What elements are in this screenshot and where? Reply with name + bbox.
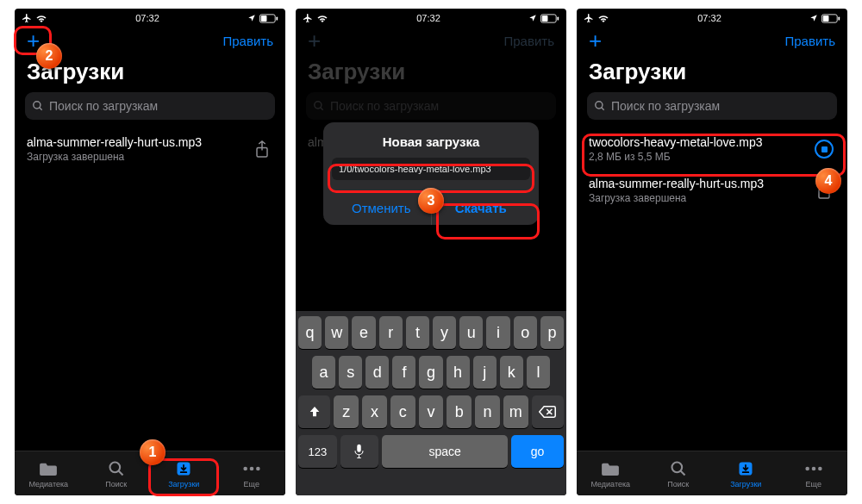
wifi-icon (316, 14, 328, 22)
tab-downloads[interactable]: Загрузки (150, 451, 218, 495)
add-button[interactable]: + (27, 29, 40, 52)
shift-key[interactable] (298, 395, 330, 428)
keyboard-row-1: qwertyuiop (298, 316, 564, 349)
svg-point-28 (811, 466, 815, 470)
search-placeholder: Поиск по загрузкам (49, 99, 158, 113)
battery-icon (821, 14, 840, 23)
mic-key[interactable] (340, 435, 379, 468)
key-g[interactable]: g (419, 356, 442, 389)
tab-library[interactable]: Медиатека (15, 451, 83, 495)
add-button[interactable]: + (589, 29, 602, 52)
key-d[interactable]: d (365, 356, 389, 389)
tab-search[interactable]: Поиск (83, 451, 151, 495)
key-h[interactable]: h (447, 356, 470, 389)
key-m[interactable]: m (503, 395, 528, 428)
status-bar: 07:32 (296, 9, 566, 26)
shift-icon (308, 405, 322, 419)
file-status: Загрузка завершена (27, 151, 244, 163)
new-download-modal: Новая загрузка 1/0/twocolors-heavy-metal… (323, 122, 539, 225)
folder-icon (39, 461, 58, 476)
key-i[interactable]: i (486, 316, 509, 349)
nav-bar: + Править (15, 26, 285, 55)
svg-point-3 (34, 102, 41, 109)
backspace-key[interactable] (532, 395, 564, 428)
status-bar: 07:32 (15, 9, 285, 26)
edit-button[interactable]: Править (223, 34, 274, 48)
svg-rect-2 (276, 16, 278, 20)
key-z[interactable]: z (334, 395, 359, 428)
key-w[interactable]: w (325, 316, 348, 349)
key-n[interactable]: n (475, 395, 500, 428)
search-input[interactable]: Поиск по загрузкам (25, 92, 275, 120)
keyboard-row-3: zxcvbnm (298, 395, 564, 428)
search-placeholder: Поиск по загрузкам (611, 99, 720, 113)
tab-search[interactable]: Поиск (645, 451, 713, 495)
tab-more[interactable]: Еще (218, 451, 286, 495)
file-name: twocolors-heavy-metal-love.mp3 (589, 135, 806, 149)
battery-icon (540, 14, 559, 23)
screen-1: 07:32 + Править Загрузки Поиск по загруз… (15, 9, 285, 495)
airplane-icon (303, 13, 313, 23)
key-k[interactable]: k (500, 356, 523, 389)
add-button[interactable]: + (308, 29, 321, 52)
tab-more[interactable]: Еще (780, 451, 848, 495)
key-y[interactable]: y (433, 316, 456, 349)
svg-line-25 (680, 470, 684, 475)
space-key[interactable]: space (382, 435, 508, 468)
key-v[interactable]: v (419, 395, 444, 428)
key-o[interactable]: o (514, 316, 537, 349)
cancel-button[interactable]: Отменить (332, 191, 432, 225)
status-bar: 07:32 (577, 9, 847, 26)
battery-icon (259, 14, 278, 23)
backspace-icon (539, 406, 556, 418)
svg-point-29 (818, 466, 822, 470)
tab-bar: Медиатека Поиск Загрузки Еще (15, 451, 285, 495)
mic-icon (353, 444, 365, 459)
search-input[interactable]: Поиск по загрузкам (587, 92, 837, 120)
key-s[interactable]: s (339, 356, 362, 389)
download-button[interactable]: Скачать (432, 191, 531, 225)
page-title: Загрузки (15, 55, 285, 92)
tab-downloads[interactable]: Загрузки (712, 451, 780, 495)
key-x[interactable]: x (362, 395, 387, 428)
svg-point-10 (249, 466, 253, 470)
share-button[interactable] (813, 179, 835, 202)
key-q[interactable]: q (298, 316, 322, 349)
share-icon (254, 140, 270, 159)
key-e[interactable]: e (352, 316, 375, 349)
url-input[interactable]: 1/0/twocolors-heavy-metal-love.mp3 (332, 158, 530, 180)
svg-line-7 (118, 470, 122, 475)
keyboard: qwertyuiop asdfghjkl zxcvbnm 123 space g… (296, 311, 566, 495)
tab-bar: Медиатека Поиск Загрузки Еще (577, 451, 847, 495)
key-p[interactable]: p (540, 316, 564, 349)
key-b[interactable]: b (447, 395, 472, 428)
nav-bar: + Править (296, 26, 566, 55)
go-key[interactable]: go (511, 435, 564, 468)
airplane-icon (584, 13, 594, 23)
key-r[interactable]: r (379, 316, 403, 349)
svg-point-24 (671, 462, 682, 472)
edit-button[interactable]: Править (785, 34, 836, 48)
download-item[interactable]: alma-summer-really-hurt-us.mp3 Загрузка … (25, 128, 275, 170)
more-icon (242, 466, 261, 471)
key-a[interactable]: a (312, 356, 335, 389)
key-u[interactable]: u (459, 316, 483, 349)
key-f[interactable]: f (392, 356, 415, 389)
status-time: 07:32 (416, 13, 440, 23)
edit-button[interactable]: Править (504, 34, 555, 48)
file-name: alma-summer-really-hurt-us.mp3 (27, 135, 244, 149)
tab-library[interactable]: Медиатека (577, 451, 645, 495)
svg-point-21 (596, 102, 603, 109)
stop-button[interactable] (813, 138, 835, 160)
nav-bar: + Править (577, 26, 847, 55)
svg-rect-1 (261, 16, 267, 22)
key-c[interactable]: c (390, 395, 415, 428)
numbers-key[interactable]: 123 (298, 435, 337, 468)
share-button[interactable] (251, 138, 273, 160)
key-l[interactable]: l (527, 356, 550, 389)
download-item[interactable]: alma-summer-really-hurt-us.mp3 Загрузка … (587, 170, 837, 211)
download-item-progress[interactable]: twocolors-heavy-metal-love.mp3 2,8 МБ из… (587, 128, 837, 170)
key-t[interactable]: t (406, 316, 429, 349)
key-j[interactable]: j (473, 356, 497, 389)
folder-icon (601, 461, 620, 476)
